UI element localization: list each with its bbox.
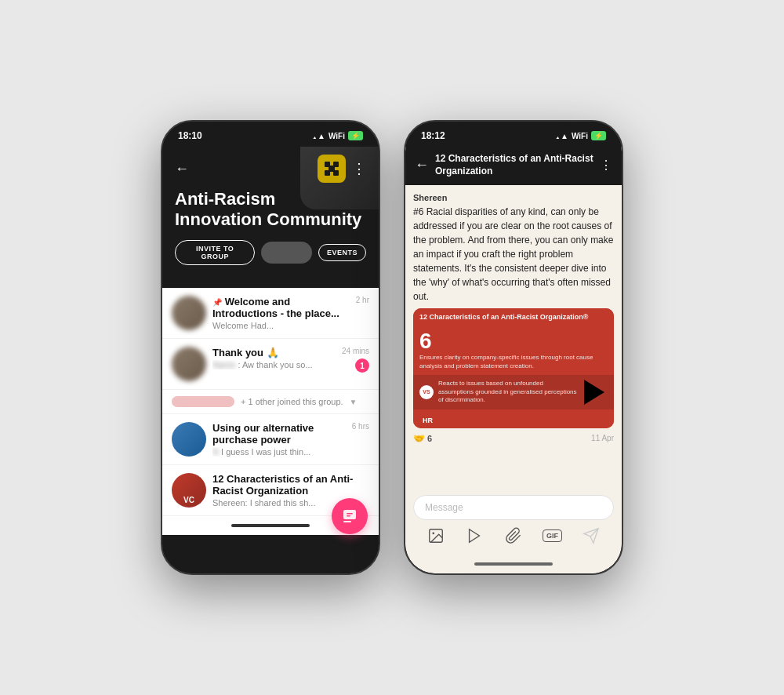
- more-options-icon-right[interactable]: ⋮: [600, 158, 612, 173]
- message-input-field[interactable]: Message: [413, 495, 614, 520]
- svg-rect-6: [343, 521, 351, 522]
- battery-icon: ⚡: [591, 131, 606, 140]
- header-icons: ⋮: [318, 155, 366, 183]
- chat-messages: Shereen #6 Racial disparities of any kin…: [405, 185, 622, 489]
- chat-time: 6 hrs: [352, 422, 369, 431]
- list-item[interactable]: Thank you 🙏 Name : Aw thank you so... 24…: [162, 339, 379, 390]
- header-nav: ← ⋮: [175, 155, 366, 183]
- vs-section: VS Reacts to issues based on unfounded a…: [413, 375, 614, 409]
- group-title: Anti-Racism Innovation Community: [175, 189, 366, 231]
- message-text: #6 Racial disparities of any kind, can o…: [413, 205, 614, 304]
- card-body: 6 Ensures clarity on company-specific is…: [413, 326, 614, 375]
- unread-badge: 1: [355, 358, 369, 373]
- chat-meta: 24 mins 1: [342, 347, 369, 373]
- message-date: 11 Apr: [437, 434, 614, 442]
- home-bar-right: [474, 562, 553, 566]
- message-sender: Shereen: [413, 193, 614, 202]
- joined-text: + 1 other joined this group.: [241, 397, 343, 406]
- pin-icon: 📌: [212, 298, 222, 307]
- svg-rect-7: [347, 513, 353, 515]
- chat-title: Using our alternative purchase power: [212, 422, 346, 446]
- chat-title: 12 Characteristics of an Anti-Racist Org…: [212, 473, 363, 497]
- invite-to-group-button[interactable]: INVITE TO GROUP: [175, 240, 255, 265]
- group-header: ← ⋮ Anti-Racism Innovation Community: [162, 147, 379, 288]
- chat-preview: Welcome Had...: [212, 321, 350, 330]
- gif-label: GIF: [543, 529, 562, 542]
- svg-marker-11: [470, 529, 480, 543]
- svg-rect-5: [343, 510, 356, 519]
- time-left: 18:10: [178, 130, 202, 141]
- chat-header-title: 12 Characteristics of an Anti-Racist Org…: [435, 153, 593, 177]
- chat-time: 2 hr: [356, 296, 369, 304]
- joined-notice: + 1 other joined this group. ▼: [162, 390, 379, 414]
- home-bar: [231, 524, 310, 527]
- chat-header: ← 12 Characteristics of an Anti-Racist O…: [405, 147, 622, 185]
- home-indicator-right: [405, 555, 622, 573]
- avatar: [172, 296, 206, 330]
- input-area: Message GIF: [405, 489, 622, 555]
- events-button[interactable]: EVENTS: [318, 244, 366, 261]
- members-bar[interactable]: [261, 242, 312, 264]
- image-icon[interactable]: [422, 525, 450, 547]
- avatar: VC: [172, 473, 206, 508]
- attachment-icon[interactable]: [499, 525, 528, 547]
- wifi-icon: WiFi: [572, 132, 588, 140]
- list-item[interactable]: 📌 Welcome and Introductions - the place.…: [162, 288, 379, 339]
- send-button[interactable]: [577, 525, 605, 547]
- chat-time: 24 mins: [342, 347, 369, 355]
- svg-rect-4: [328, 166, 335, 172]
- back-button[interactable]: ←: [175, 161, 189, 177]
- toolbar-icons: GIF: [413, 520, 614, 548]
- video-icon[interactable]: [460, 525, 488, 547]
- card-description: Ensures clarity on company-specific issu…: [419, 354, 608, 370]
- chat-preview: Name : Aw thank you so...: [212, 360, 336, 369]
- more-options-icon[interactable]: ⋮: [352, 160, 366, 177]
- group-logo-icon: [318, 155, 346, 183]
- chat-meta: 2 hr: [356, 296, 369, 304]
- card-header: 12 Characteristics of an Anti-Racist Org…: [413, 308, 614, 326]
- list-item[interactable]: Using our alternative purchase power N I…: [162, 414, 379, 465]
- chat-meta: 6 hrs: [352, 422, 369, 431]
- chat-title: 📌 Welcome and Introductions - the place.…: [212, 296, 350, 319]
- notch: [223, 122, 318, 144]
- chat-preview: N I guess I was just thin...: [212, 447, 346, 457]
- play-icon[interactable]: [584, 380, 604, 405]
- message-meta: 🤝 6 11 Apr: [413, 433, 614, 444]
- vs-description: Reacts to issues based on unfounded assu…: [438, 380, 579, 404]
- time-right: 18:12: [421, 130, 445, 141]
- action-buttons: INVITE TO GROUP EVENTS: [175, 240, 366, 265]
- notch: [466, 122, 561, 144]
- chevron-down-icon[interactable]: ▼: [350, 398, 358, 406]
- wifi-icon: WiFi: [328, 132, 345, 140]
- back-button-right[interactable]: ←: [415, 157, 429, 173]
- chat-content: Thank you 🙏 Name : Aw thank you so...: [212, 347, 336, 369]
- chat-screen: ← 12 Characteristics of an Anti-Racist O…: [405, 147, 622, 573]
- message-card: 12 Characteristics of an Anti-Racist Org…: [413, 308, 614, 428]
- svg-rect-8: [347, 515, 350, 517]
- message-item: Shereen #6 Racial disparities of any kin…: [413, 193, 614, 444]
- chat-title: Thank you 🙏: [212, 347, 336, 358]
- chat-content: Using our alternative purchase power N I…: [212, 422, 346, 457]
- vs-badge: VS: [419, 385, 434, 399]
- hr-section: HR: [413, 409, 614, 428]
- chat-list: 📌 Welcome and Introductions - the place.…: [162, 288, 379, 516]
- avatar: [172, 347, 206, 381]
- card-number: 6: [419, 330, 608, 352]
- avatar: [172, 422, 206, 457]
- input-placeholder: Message: [425, 502, 602, 513]
- svg-point-10: [432, 532, 434, 534]
- left-phone: 18:10 ▲▲▲ WiFi ⚡ ←: [161, 120, 380, 575]
- reaction-emoji[interactable]: 🤝 6: [413, 433, 432, 444]
- right-phone: 18:12 ▲▲▲ WiFi ⚡ ← 12 Characteristics of…: [404, 120, 623, 575]
- gif-icon[interactable]: GIF: [539, 525, 567, 547]
- compose-fab-button[interactable]: [332, 498, 368, 534]
- joined-name-blurred: [172, 396, 234, 407]
- reaction-count: 6: [427, 434, 432, 443]
- battery-icon: ⚡: [348, 131, 363, 140]
- chat-content: 📌 Welcome and Introductions - the place.…: [212, 296, 350, 330]
- hr-label: HR: [418, 415, 437, 426]
